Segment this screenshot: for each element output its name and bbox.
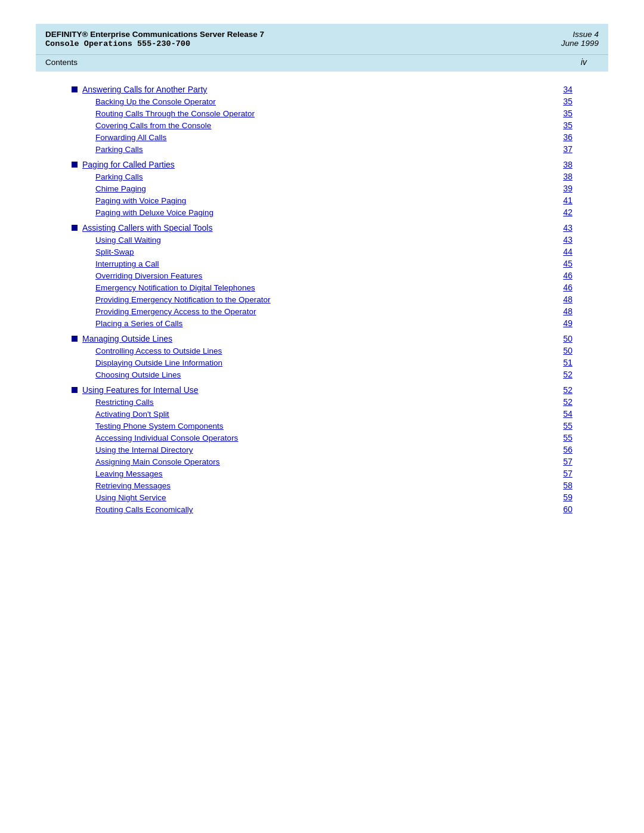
toc-link-call-waiting[interactable]: Using Call Waiting bbox=[95, 236, 161, 244]
toc-page-answering-calls[interactable]: 34 bbox=[563, 85, 572, 94]
toc-page-covering-calls[interactable]: 35 bbox=[563, 120, 572, 130]
toc-link-voice-paging[interactable]: Paging with Voice Paging bbox=[95, 196, 186, 205]
toc-row-providing-emergency-access: Providing Emergency Access to the Operat… bbox=[72, 305, 572, 317]
toc-link-retrieving-messages[interactable]: Retrieving Messages bbox=[95, 481, 171, 490]
toc-row-l1-1: Answering Calls for Another Party 34 bbox=[72, 83, 572, 95]
toc-page-split-swap[interactable]: 44 bbox=[563, 247, 572, 256]
toc-link-leaving-messages[interactable]: Leaving Messages bbox=[95, 469, 163, 478]
toc-row-displaying-outside: Displaying Outside Line Information 51 bbox=[72, 357, 572, 368]
toc-page-overriding-diversion[interactable]: 46 bbox=[563, 271, 572, 280]
toc-link-covering-calls[interactable]: Covering Calls from the Console bbox=[95, 121, 211, 130]
list-item: Providing Emergency Access to the Operat… bbox=[72, 305, 572, 317]
toc-link-displaying-outside[interactable]: Displaying Outside Line Information bbox=[95, 358, 222, 367]
toc-page-parking-calls-2[interactable]: 38 bbox=[563, 172, 572, 181]
toc-page-forwarding-calls[interactable]: 36 bbox=[563, 132, 572, 142]
list-item: Backing Up the Console Operator 35 bbox=[72, 95, 572, 107]
toc-text-answering-calls: Answering Calls for Another Party bbox=[82, 85, 207, 94]
toc-page-using-features[interactable]: 52 bbox=[563, 385, 572, 395]
toc-link-assigning-main[interactable]: Assigning Main Console Operators bbox=[95, 457, 220, 466]
toc-page-emergency-notification[interactable]: 46 bbox=[563, 283, 572, 292]
toc-link-providing-emergency-access[interactable]: Providing Emergency Access to the Operat… bbox=[95, 307, 256, 316]
toc-link-assisting-callers[interactable]: Assisting Callers with Special Tools bbox=[72, 223, 212, 233]
section-label: Contents bbox=[45, 58, 78, 67]
toc-page-interrupting-call[interactable]: 45 bbox=[563, 259, 572, 268]
toc-text-paging: Paging for Called Parties bbox=[82, 160, 175, 169]
toc-page-parking-calls-1[interactable]: 37 bbox=[563, 144, 572, 154]
toc-link-forwarding-calls[interactable]: Forwarding All Calls bbox=[95, 133, 166, 142]
toc-link-choosing-outside[interactable]: Choosing Outside Lines bbox=[95, 370, 181, 379]
toc-page-backing-up[interactable]: 35 bbox=[563, 97, 572, 106]
toc-link-using-features[interactable]: Using Features for Internal Use bbox=[72, 385, 199, 395]
toc-link-parking-calls-2[interactable]: Parking Calls bbox=[95, 172, 143, 181]
toc-row-covering-calls: Covering Calls from the Console 35 bbox=[72, 119, 572, 131]
list-item: Parking Calls 37 bbox=[72, 143, 572, 155]
toc-row-controlling-access: Controlling Access to Outside Lines 50 bbox=[72, 345, 572, 357]
toc-text-assisting-callers: Assisting Callers with Special Tools bbox=[82, 223, 212, 233]
toc-page-retrieving-messages[interactable]: 58 bbox=[563, 481, 572, 490]
toc-link-routing-calls[interactable]: Routing Calls Through the Console Operat… bbox=[95, 109, 255, 118]
toc-link-placing-series[interactable]: Placing a Series of Calls bbox=[95, 319, 182, 328]
toc-link-managing-outside-lines[interactable]: Managing Outside Lines bbox=[72, 334, 172, 343]
toc-page-providing-emergency-notification[interactable]: 48 bbox=[563, 295, 572, 304]
toc-row-using-night-service: Using Night Service 59 bbox=[72, 491, 572, 503]
list-item: Routing Calls Economically 60 bbox=[72, 503, 572, 515]
toc-link-deluxe-paging[interactable]: Paging with Deluxe Voice Paging bbox=[95, 208, 213, 217]
list-item: Using the Internal Directory 56 bbox=[72, 444, 572, 456]
list-item: Using Night Service 59 bbox=[72, 491, 572, 503]
toc-page-routing-calls-economically[interactable]: 60 bbox=[563, 504, 572, 514]
toc-link-interrupting-call[interactable]: Interrupting a Call bbox=[95, 259, 159, 268]
toc-row-l1-2: Paging for Called Parties 38 bbox=[72, 159, 572, 171]
toc-section-4: Managing Outside Lines 50 Controlling Ac… bbox=[72, 333, 572, 380]
toc-link-answering-calls[interactable]: Answering Calls for Another Party bbox=[72, 85, 207, 94]
toc-page-choosing-outside[interactable]: 52 bbox=[563, 370, 572, 379]
toc-link-emergency-notification[interactable]: Emergency Notification to Digital Teleph… bbox=[95, 283, 255, 292]
toc-link-overriding-diversion[interactable]: Overriding Diversion Features bbox=[95, 271, 202, 280]
toc-link-paging[interactable]: Paging for Called Parties bbox=[72, 160, 175, 169]
toc-row-deluxe-paging: Paging with Deluxe Voice Paging 42 bbox=[72, 206, 572, 218]
toc-page-controlling-access[interactable]: 50 bbox=[563, 346, 572, 355]
toc-link-using-internal-directory[interactable]: Using the Internal Directory bbox=[95, 445, 193, 454]
list-item: Providing Emergency Notification to the … bbox=[72, 293, 572, 305]
toc-link-controlling-access[interactable]: Controlling Access to Outside Lines bbox=[95, 346, 222, 355]
toc-link-routing-calls-economically[interactable]: Routing Calls Economically bbox=[95, 505, 193, 514]
toc-page-assigning-main[interactable]: 57 bbox=[563, 457, 572, 466]
toc-link-accessing-individual[interactable]: Accessing Individual Console Operators bbox=[95, 433, 238, 442]
toc-link-restricting-calls[interactable]: Restricting Calls bbox=[95, 398, 154, 407]
toc-row-overriding-diversion: Overriding Diversion Features 46 bbox=[72, 270, 572, 281]
toc-page-paging[interactable]: 38 bbox=[563, 160, 572, 169]
list-item: Placing a Series of Calls 49 bbox=[72, 317, 572, 329]
toc-page-voice-paging[interactable]: 41 bbox=[563, 196, 572, 205]
toc-row-retrieving-messages: Retrieving Messages 58 bbox=[72, 479, 572, 491]
toc-page-displaying-outside[interactable]: 51 bbox=[563, 358, 572, 367]
toc-link-split-swap[interactable]: Split-Swap bbox=[95, 247, 134, 256]
toc-page-chime-paging[interactable]: 39 bbox=[563, 184, 572, 193]
toc-page-call-waiting[interactable]: 43 bbox=[563, 235, 572, 244]
content-area: Answering Calls for Another Party 34 Bac… bbox=[36, 72, 608, 541]
toc-section-2: Paging for Called Parties 38 Parking Cal… bbox=[72, 159, 572, 218]
toc-page-providing-emergency-access[interactable]: 48 bbox=[563, 306, 572, 316]
toc-page-assisting-callers[interactable]: 43 bbox=[563, 223, 572, 233]
toc-link-testing-phone[interactable]: Testing Phone System Components bbox=[95, 422, 224, 431]
toc-link-backing-up[interactable]: Backing Up the Console Operator bbox=[95, 97, 216, 106]
toc-page-using-night-service[interactable]: 59 bbox=[563, 493, 572, 502]
toc-row-chime-paging: Chime Paging 39 bbox=[72, 182, 572, 194]
toc-row-split-swap: Split-Swap 44 bbox=[72, 246, 572, 258]
toc-sublist-2: Parking Calls 38 Chime Paging 39 Paging … bbox=[72, 171, 572, 218]
toc-link-parking-calls-1[interactable]: Parking Calls bbox=[95, 145, 143, 154]
toc-page-using-internal-directory[interactable]: 56 bbox=[563, 445, 572, 454]
toc-page-activating-dont-split[interactable]: 54 bbox=[563, 409, 572, 419]
toc-link-using-night-service[interactable]: Using Night Service bbox=[95, 493, 166, 502]
toc-page-leaving-messages[interactable]: 57 bbox=[563, 469, 572, 478]
toc-page-routing-calls[interactable]: 35 bbox=[563, 109, 572, 118]
toc-link-providing-emergency-notification[interactable]: Providing Emergency Notification to the … bbox=[95, 295, 270, 304]
toc-row-routing-calls: Routing Calls Through the Console Operat… bbox=[72, 107, 572, 119]
toc-link-chime-paging[interactable]: Chime Paging bbox=[95, 184, 146, 193]
toc-page-restricting-calls[interactable]: 52 bbox=[563, 397, 572, 407]
toc-page-accessing-individual[interactable]: 55 bbox=[563, 433, 572, 442]
toc-link-activating-dont-split[interactable]: Activating Don't Split bbox=[95, 410, 169, 419]
toc-page-managing-outside-lines[interactable]: 50 bbox=[563, 334, 572, 343]
toc-page-placing-series[interactable]: 49 bbox=[563, 318, 572, 328]
header-subtitle-prefix: Console Operations bbox=[45, 39, 137, 48]
toc-page-deluxe-paging[interactable]: 42 bbox=[563, 208, 572, 217]
toc-page-testing-phone[interactable]: 55 bbox=[563, 421, 572, 431]
